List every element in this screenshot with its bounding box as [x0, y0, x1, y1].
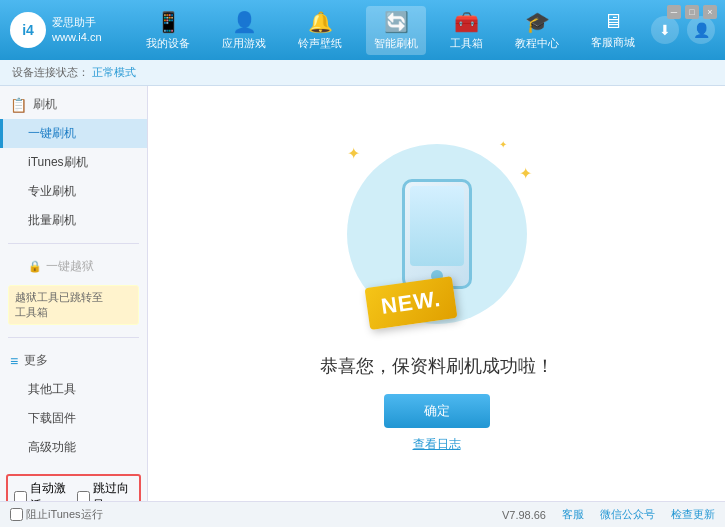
close-button[interactable]: × — [703, 5, 717, 19]
service-icon: 🖥 — [603, 10, 623, 33]
lock-icon: 🔒 — [28, 260, 42, 273]
sidebar-more-label: 更多 — [24, 352, 48, 369]
apps-games-icon: 👤 — [232, 10, 257, 34]
minimize-button[interactable]: ─ — [667, 5, 681, 19]
guided-restore-label: 跳过向导 — [93, 480, 134, 501]
device-options-row: 自动激活 跳过向导 — [14, 480, 133, 501]
auto-activate-checkbox-label[interactable]: 自动激活 — [14, 480, 71, 501]
nav-my-device[interactable]: 📱 我的设备 — [138, 6, 198, 55]
sparkle-icon-3: ✦ — [499, 139, 507, 150]
guided-restore-checkbox-label[interactable]: 跳过向导 — [77, 480, 134, 501]
ringtones-label: 铃声壁纸 — [298, 36, 342, 51]
breadcrumb-status: 正常模式 — [92, 66, 136, 78]
nav-bar: 📱 我的设备 👤 应用游戏 🔔 铃声壁纸 🔄 智能刷机 🧰 工具箱 🎓 — [130, 6, 651, 55]
apps-games-label: 应用游戏 — [222, 36, 266, 51]
sidebar-more-category: ≡ 更多 — [0, 346, 147, 375]
ringtones-icon: 🔔 — [308, 10, 333, 34]
tutorial-icon: 🎓 — [525, 10, 550, 34]
sparkle-icon-1: ✦ — [347, 144, 360, 163]
auto-activate-checkbox[interactable] — [14, 491, 27, 502]
nav-toolbox[interactable]: 🧰 工具箱 — [442, 6, 491, 55]
sidebar-item-download-firmware[interactable]: 下载固件 — [0, 404, 147, 433]
auto-activate-label: 自动激活 — [30, 480, 71, 501]
header: i4 爱思助手 www.i4.cn 📱 我的设备 👤 应用游戏 🔔 铃声壁纸 🔄… — [0, 0, 725, 60]
footer: 阻止iTunes运行 V7.98.66 客服 微信公众号 检查更新 — [0, 501, 725, 527]
sidebar-item-batch-flash[interactable]: 批量刷机 — [0, 206, 147, 235]
nav-apps-games[interactable]: 👤 应用游戏 — [214, 6, 274, 55]
maximize-button[interactable]: □ — [685, 5, 699, 19]
confirm-button[interactable]: 确定 — [384, 394, 490, 428]
sidebar-divider-1 — [8, 243, 139, 244]
breadcrumb-prefix: 设备连接状态： — [12, 66, 89, 78]
guided-restore-checkbox[interactable] — [77, 491, 90, 502]
phone-illustration: ✦ ✦ ✦ NEW. — [337, 134, 537, 334]
sidebar-divider-2 — [8, 337, 139, 338]
toolbox-icon: 🧰 — [454, 10, 479, 34]
app-url: www.i4.cn — [52, 30, 102, 45]
sidebar-jailbreak-notice: 越狱工具已跳转至工具箱 — [8, 285, 139, 325]
service-label: 客服商城 — [591, 35, 635, 50]
my-device-icon: 📱 — [156, 10, 181, 34]
success-message: 恭喜您，保资料刷机成功啦！ — [320, 354, 554, 378]
sidebar: 📋 刷机 一键刷机 iTunes刷机 专业刷机 批量刷机 🔒 一键越狱 越狱工具… — [0, 86, 148, 501]
sparkle-icon-2: ✦ — [519, 164, 532, 183]
support-link[interactable]: 客服 — [562, 507, 584, 522]
smart-flash-label: 智能刷机 — [374, 36, 418, 51]
user-button[interactable]: 👤 — [687, 16, 715, 44]
more-category-icon: ≡ — [10, 353, 18, 369]
flash-category-icon: 📋 — [10, 97, 27, 113]
logo-text: 爱思助手 www.i4.cn — [52, 15, 102, 46]
nav-service[interactable]: 🖥 客服商城 — [583, 6, 643, 54]
phone-body — [402, 179, 472, 289]
check-update-link[interactable]: 检查更新 — [671, 507, 715, 522]
header-right: ⬇ 👤 — [651, 16, 715, 44]
breadcrumb: 设备连接状态： 正常模式 — [0, 60, 725, 86]
main-layout: 📋 刷机 一键刷机 iTunes刷机 专业刷机 批量刷机 🔒 一键越狱 越狱工具… — [0, 86, 725, 501]
logo-icon: i4 — [10, 12, 46, 48]
footer-right: V7.98.66 客服 微信公众号 检查更新 — [502, 507, 715, 522]
content-panel: ✦ ✦ ✦ NEW. 恭喜您，保资料刷机成功啦！ 确定 — [148, 86, 725, 501]
sidebar-item-itunes-flash[interactable]: iTunes刷机 — [0, 148, 147, 177]
logo-area: i4 爱思助手 www.i4.cn — [10, 12, 130, 48]
footer-left: 阻止iTunes运行 — [10, 507, 103, 522]
toolbox-label: 工具箱 — [450, 36, 483, 51]
itunes-checkbox[interactable] — [10, 508, 23, 521]
sidebar-flash-section: 📋 刷机 一键刷机 iTunes刷机 专业刷机 批量刷机 — [0, 86, 147, 239]
window-controls: ─ □ × — [667, 5, 717, 19]
nav-tutorial[interactable]: 🎓 教程中心 — [507, 6, 567, 55]
sidebar-more-section: ≡ 更多 其他工具 下载固件 高级功能 — [0, 342, 147, 466]
log-link[interactable]: 查看日志 — [413, 436, 461, 453]
tutorial-label: 教程中心 — [515, 36, 559, 51]
phone-screen — [410, 186, 464, 266]
sidebar-flash-category: 📋 刷机 — [0, 90, 147, 119]
device-options-box: 自动激活 跳过向导 — [6, 474, 141, 501]
nav-ringtones[interactable]: 🔔 铃声壁纸 — [290, 6, 350, 55]
sidebar-item-jailbreak-disabled: 🔒 一键越狱 — [0, 252, 147, 281]
sidebar-jailbreak-section: 🔒 一键越狱 越狱工具已跳转至工具箱 — [0, 248, 147, 333]
my-device-label: 我的设备 — [146, 36, 190, 51]
version-label: V7.98.66 — [502, 509, 546, 521]
download-button[interactable]: ⬇ — [651, 16, 679, 44]
sidebar-item-pro-flash[interactable]: 专业刷机 — [0, 177, 147, 206]
itunes-label: 阻止iTunes运行 — [26, 507, 103, 522]
nav-smart-flash[interactable]: 🔄 智能刷机 — [366, 6, 426, 55]
sidebar-item-one-key-flash[interactable]: 一键刷机 — [0, 119, 147, 148]
itunes-checkbox-label[interactable]: 阻止iTunes运行 — [10, 507, 103, 522]
sidebar-item-other-tools[interactable]: 其他工具 — [0, 375, 147, 404]
sidebar-flash-label: 刷机 — [33, 96, 57, 113]
sidebar-disabled-label: 一键越狱 — [46, 258, 94, 275]
phone-device — [402, 179, 472, 289]
smart-flash-icon: 🔄 — [384, 10, 409, 34]
app-name: 爱思助手 — [52, 15, 102, 30]
sidebar-item-advanced[interactable]: 高级功能 — [0, 433, 147, 462]
sidebar-device-area: 自动激活 跳过向导 📱 iPhone 15 Pro Max 512GB iPho… — [0, 466, 147, 501]
wechat-link[interactable]: 微信公众号 — [600, 507, 655, 522]
